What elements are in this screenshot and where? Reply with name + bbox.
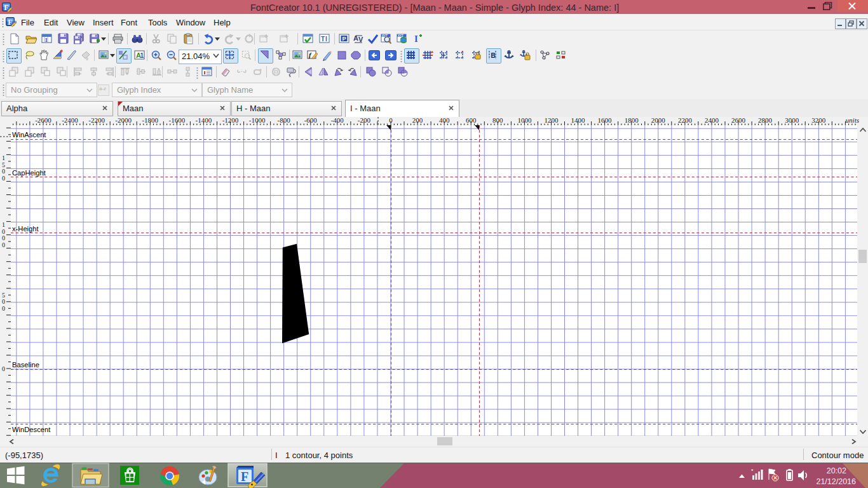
svg-text:0: 0 xyxy=(2,168,5,175)
svg-text:0: 0 xyxy=(2,305,5,312)
svg-text:I: I xyxy=(414,34,418,44)
svg-text:1: 1 xyxy=(2,154,5,161)
svg-text:x-Height: x-Height xyxy=(12,225,39,233)
svg-text:0: 0 xyxy=(2,175,5,182)
svg-text:WinAscent: WinAscent xyxy=(12,131,46,139)
svg-text:T: T xyxy=(321,36,325,43)
svg-text:0: 0 xyxy=(2,228,5,235)
svg-text:V: V xyxy=(358,36,363,43)
svg-text:B: B xyxy=(491,52,496,59)
svg-text:I: I xyxy=(45,37,48,43)
svg-text:21/12/2016: 21/12/2016 xyxy=(816,477,856,486)
svg-text:1: 1 xyxy=(2,221,5,228)
svg-text:P: P xyxy=(342,36,346,42)
svg-text:20:02: 20:02 xyxy=(827,466,846,475)
svg-text:0: 0 xyxy=(2,241,5,248)
svg-text:0: 0 xyxy=(2,234,5,241)
svg-text:WinDescent: WinDescent xyxy=(12,426,51,433)
svg-text:1: 1 xyxy=(140,52,144,59)
svg-text:XYZ: XYZ xyxy=(398,34,403,37)
svg-text:I: I xyxy=(325,36,327,43)
svg-text:F: F xyxy=(241,470,248,484)
svg-text:5: 5 xyxy=(2,292,5,299)
svg-text:0: 0 xyxy=(2,298,5,305)
svg-text:units: units xyxy=(846,117,859,124)
svg-text:Baseline: Baseline xyxy=(12,361,39,369)
svg-text:CapHeight: CapHeight xyxy=(12,169,46,177)
svg-text:0: 0 xyxy=(2,365,5,372)
svg-text:5: 5 xyxy=(2,161,5,168)
svg-text:*: * xyxy=(751,468,754,474)
